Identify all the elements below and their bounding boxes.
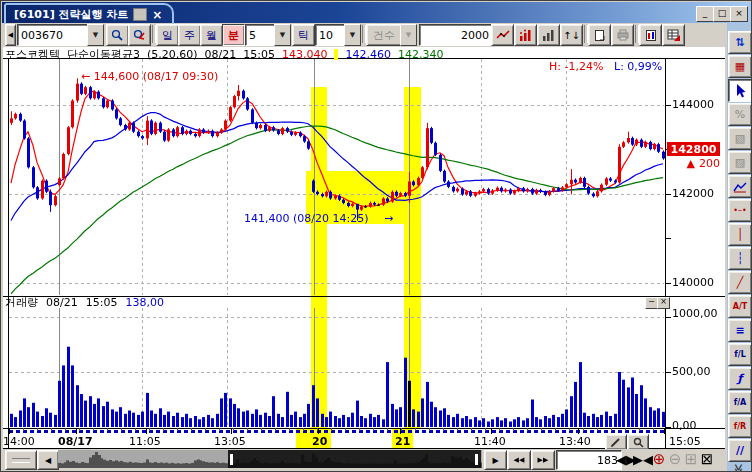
time-label-1305: 13:05	[214, 435, 246, 448]
high-annotation-text: 144,600 (08/17 09:30)	[94, 70, 218, 83]
time-label-1340: 13:40	[559, 435, 591, 448]
pointer-tool-button[interactable]	[728, 79, 752, 102]
fib-curve-icon: ƒ	[738, 372, 743, 385]
scroll-play-button[interactable]: ▶	[484, 450, 507, 470]
hatch-icon: //	[736, 444, 744, 457]
ma60-value: 142,340	[398, 48, 444, 61]
mini-chart-icon	[733, 181, 747, 193]
header-time: 15:05	[243, 48, 275, 61]
volume-time: 15:05	[86, 296, 118, 309]
zoom-out-button: ⊖	[667, 451, 683, 467]
fib-retrace-button[interactable]: f/R	[728, 415, 752, 438]
low-percent-label: L: 0,99%	[614, 60, 662, 73]
pattern-icon: ▦	[735, 60, 745, 73]
volume-title: 거래량	[5, 295, 38, 310]
zoom-in-button[interactable]: ⊕	[651, 451, 667, 467]
refresh-button[interactable]: ⇅	[728, 31, 752, 54]
time-label-0817: 08/17	[58, 435, 93, 448]
fib-level-button[interactable]: f/L	[728, 343, 752, 366]
volume-pane-close-button[interactable]: ×	[657, 297, 670, 309]
volume-date: 08/21	[46, 296, 78, 309]
hatch-tool-button[interactable]: //	[728, 439, 752, 462]
at-tool-button[interactable]: A/T	[728, 295, 752, 318]
rewind-button[interactable]: ◀◀	[507, 450, 531, 470]
annotate-button[interactable]	[605, 434, 627, 450]
time-label-1105: 11:05	[129, 435, 161, 448]
low-annotation-text: 141,400 (08/20 14:25)	[244, 212, 368, 225]
refresh-icon: ⇅	[735, 36, 744, 49]
price-change: ▲ 200	[665, 157, 720, 170]
up-arrow-icon: ▲	[687, 157, 695, 170]
high-percent-label: H: -1,24%	[549, 60, 603, 73]
scroll-left-button[interactable]: ◀	[37, 450, 59, 470]
ma-params: (5,20,60)	[147, 48, 198, 61]
nav-grid-button: ⊞	[683, 451, 699, 467]
percent-icon: %	[735, 108, 745, 121]
erase-hand-icon: ▨	[735, 156, 745, 169]
volume-axis-0: 0,00	[672, 419, 697, 432]
erase-hand-button: ▨	[728, 151, 752, 174]
draw-hand-button: ▧	[728, 127, 752, 150]
pencil-icon	[610, 437, 622, 448]
volume-value: 138,00	[125, 296, 164, 309]
price-axis-140000: 140000	[672, 276, 714, 289]
ma5-value: 143,040	[282, 48, 328, 61]
forward-button[interactable]: ▶▶	[531, 450, 555, 470]
splitter-grip[interactable]	[5, 450, 37, 470]
fib-fan-button[interactable]: f/A	[728, 391, 752, 414]
parallel-lines-icon: ≡	[735, 324, 744, 337]
price-change-value: 200	[699, 157, 720, 170]
mini-chart-button[interactable]	[728, 175, 752, 198]
h-segment-button[interactable]: •–•	[728, 199, 752, 222]
magnifier-icon	[633, 437, 644, 448]
time-label-20: 20	[312, 435, 327, 448]
overview-scrollbar[interactable]	[58, 450, 482, 468]
low-annotation-arrow-icon: →	[384, 212, 393, 225]
fib-level-icon: f/L	[734, 350, 746, 359]
ma20-value: 142,460	[345, 48, 391, 61]
draw-hand-icon: ▧	[735, 132, 745, 145]
nav-close-button[interactable]: ⊠	[699, 451, 715, 467]
more-tools-chevron-icon[interactable]: ≫	[732, 464, 745, 472]
drawing-toolbar: ⇅ ▦ % ▧ ▨ •–• │ ┆ ╱ A/T ≡ f/L ƒ f/A f/R …	[727, 23, 752, 472]
fib-retrace-icon: f/R	[734, 422, 747, 431]
volume-axis-500: 500,00	[672, 365, 711, 378]
zoom-tool-button[interactable]	[627, 434, 649, 450]
chart-window: [6101] 전략실행 차트 × _ □ × ◀ 003670 ▼ 일 주 월 …	[0, 0, 752, 472]
stock-name: 포스코켐텍	[5, 47, 60, 62]
low-annotation: 141,400 (08/20 14:25) →	[244, 212, 393, 225]
pattern-button[interactable]: ▦	[728, 55, 752, 78]
fib-fan-icon: f/A	[734, 398, 747, 407]
volume-header: 거래량 08/21 15:05 138,00	[5, 297, 164, 308]
price-axis-142000: 142000	[672, 187, 714, 200]
cursor-caret	[334, 49, 338, 60]
time-label-1140: 11:40	[474, 435, 506, 448]
chart-header: 포스코켐텍 단순이동평균3 (5,20,60) 08/21 15:05 143,…	[5, 48, 443, 60]
collapse-bars-button[interactable]: ▶◀	[635, 451, 651, 467]
diagonal-line-button[interactable]: ╱	[728, 271, 752, 294]
time-label-21: 21	[395, 435, 410, 448]
high-annotation: ← 144,600 (08/17 09:30)	[81, 70, 218, 83]
v-segment-icon: │	[737, 228, 744, 241]
time-label-end: 15:05	[669, 435, 701, 448]
step-line-button[interactable]: ┆	[728, 247, 752, 270]
parallel-lines-button[interactable]: ≡	[728, 319, 752, 342]
cursor-icon	[734, 84, 746, 98]
current-price-badge: 142800	[667, 142, 720, 156]
header-date: 08/21	[205, 48, 237, 61]
at-tool-icon: A/T	[733, 302, 748, 311]
volume-axis-1000: 1000,00	[672, 307, 718, 320]
bar-count-input[interactable]: 183	[556, 450, 622, 470]
v-segment-button[interactable]: │	[728, 223, 752, 246]
step-line-icon: ┆	[737, 252, 744, 265]
percent-tool-button: %	[728, 103, 752, 126]
high-annotation-arrow-icon: ←	[81, 70, 90, 83]
h-segment-icon: •–•	[733, 206, 746, 215]
price-axis-144000: 144000	[672, 98, 714, 111]
bottom-scroll-bar: ◀ ▶ ◀◀ ▶▶ 183 ◀▶ ▶◀ ⊕ ⊖ ⊞ ⊠	[3, 449, 725, 471]
time-label-1400: 14:00	[3, 435, 35, 448]
diagonal-line-icon: ╱	[737, 276, 744, 289]
ma-study-title: 단순이동평균3	[67, 47, 140, 62]
fib-curve-button[interactable]: ƒ	[728, 367, 752, 390]
